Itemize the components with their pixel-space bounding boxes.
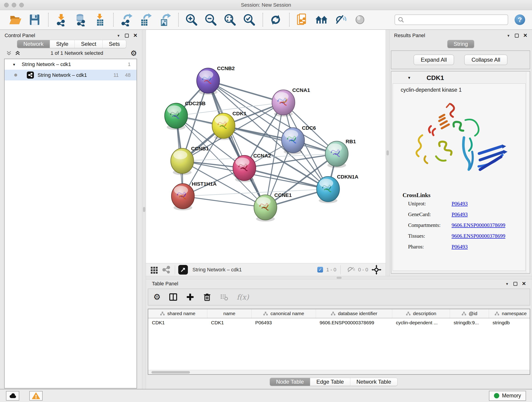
network-node-CCNE1[interactable]: CCNE1 — [254, 192, 292, 222]
table-cell[interactable]: stringdb:9... — [450, 318, 489, 327]
column-header-id[interactable]: @id — [450, 309, 489, 318]
column-header-canonical-name[interactable]: canonical name — [252, 309, 316, 318]
results-panel-close-icon[interactable]: ✕ — [523, 33, 527, 38]
column-header-description[interactable]: description — [392, 309, 450, 318]
collapse-all-networks-icon[interactable] — [6, 51, 12, 56]
column-header-shared-name[interactable]: shared name — [148, 309, 207, 318]
export-table-icon[interactable] — [139, 13, 152, 26]
control-panel-close-icon[interactable]: ✕ — [133, 33, 138, 38]
warning-status-button[interactable] — [29, 391, 43, 401]
table-panel-collapse-icon[interactable]: ▼ — [505, 282, 509, 286]
table-cell[interactable]: 9606.ENSP00000378699 — [316, 318, 392, 327]
table-options-gear-icon[interactable]: ⚙ — [153, 293, 161, 301]
tab-select[interactable]: Select — [75, 40, 103, 48]
tab-string[interactable]: String — [447, 40, 474, 48]
birdseye-view-icon[interactable] — [150, 266, 158, 274]
show-columns-icon[interactable] — [169, 293, 177, 301]
table-row[interactable]: CDK1CDK1P064939606.ENSP00000378699cyclin… — [148, 318, 530, 327]
right-splitter[interactable] — [386, 30, 389, 276]
hide-selected-icon[interactable] — [334, 13, 347, 26]
column-header-name[interactable]: name — [207, 309, 252, 318]
table-panel-close-icon[interactable]: ✕ — [522, 281, 526, 286]
table-horizontal-scrollbar[interactable] — [148, 370, 530, 374]
horizontal-splitter[interactable] — [146, 276, 532, 279]
network-node-CDK1[interactable]: CDK1 — [212, 111, 247, 140]
control-panel-float-icon[interactable] — [125, 34, 129, 38]
refresh-icon[interactable] — [269, 13, 282, 26]
table-cell[interactable]: CDK1 — [207, 318, 252, 327]
protein-section-header[interactable]: ▼ CDK1 — [393, 72, 526, 83]
protein-section-expand-icon[interactable]: ▼ — [407, 76, 411, 80]
tab-network[interactable]: Network — [17, 40, 50, 48]
search-input[interactable] — [406, 17, 505, 23]
column-header-namespace[interactable]: namespace — [489, 309, 530, 318]
table-panel-float-icon[interactable] — [513, 282, 517, 286]
expand-all-button[interactable]: Expand All — [413, 55, 454, 65]
results-scrollbar[interactable] — [526, 72, 529, 273]
first-neighbors-icon[interactable] — [315, 13, 328, 26]
delete-column-icon[interactable] — [203, 293, 211, 301]
network-node-CCNA1[interactable]: CCNA1 — [272, 87, 310, 117]
results-panel-collapse-icon[interactable]: ▼ — [507, 34, 510, 38]
tab-sets[interactable]: Sets — [103, 40, 126, 48]
tab-network-table[interactable]: Network Table — [350, 378, 398, 386]
tab-edge-table[interactable]: Edge Table — [310, 378, 350, 386]
maximize-window-button[interactable] — [19, 3, 24, 7]
memory-button[interactable]: Memory — [489, 391, 526, 401]
table-cell[interactable]: P06493 — [252, 318, 316, 327]
table-cell[interactable]: stringdb — [489, 318, 530, 327]
network-canvas[interactable]: CCNB2CCNA1CDC25BCDK1CDC6RB1CCNB1CCNA2CDK… — [146, 30, 386, 263]
table-cell[interactable]: CDK1 — [148, 318, 207, 327]
network-node-CDC25B[interactable]: CDC25B — [165, 101, 206, 130]
crosslink-value-link[interactable]: 9606.ENSP00000378699 — [452, 233, 505, 239]
help-icon[interactable]: ? — [515, 14, 525, 25]
network-node-RB1[interactable]: RB1 — [325, 139, 356, 168]
export-network-icon[interactable] — [120, 13, 133, 26]
network-edge[interactable] — [208, 81, 265, 207]
cloud-status-button[interactable] — [6, 391, 19, 401]
results-panel-float-icon[interactable] — [515, 34, 519, 38]
network-row-selected[interactable]: String Network – cdk1 11 48 — [5, 70, 137, 80]
crosslink-value-link[interactable]: P06493 — [452, 244, 468, 250]
collapse-all-button[interactable]: Collapse All — [464, 55, 507, 65]
export-image-icon[interactable] — [158, 13, 171, 26]
add-column-icon[interactable] — [186, 293, 195, 301]
collection-expand-icon[interactable]: ▼ — [12, 63, 16, 66]
column-header-database-identifier[interactable]: database identifier — [316, 309, 392, 318]
crosslink-value-link[interactable]: 9606.ENSP00000378699 — [452, 222, 505, 228]
network-node-HIST1H1A[interactable]: HIST1H1A — [171, 181, 216, 211]
zoom-selected-icon[interactable] — [242, 13, 256, 26]
tab-style[interactable]: Style — [50, 40, 75, 48]
detach-view-button[interactable] — [178, 265, 188, 274]
network-node-CCNA2[interactable]: CCNA2 — [233, 153, 271, 182]
new-network-from-selection-icon[interactable] — [296, 13, 309, 26]
import-network-database-icon[interactable] — [74, 13, 87, 26]
close-window-button[interactable] — [4, 3, 9, 7]
expand-all-networks-icon[interactable] — [15, 51, 21, 56]
show-graphics-details-icon[interactable] — [353, 13, 367, 26]
zoom-fit-icon[interactable] — [223, 13, 236, 26]
network-edge[interactable] — [183, 196, 265, 207]
table-cell[interactable]: cyclin-dependent ... — [392, 318, 450, 327]
import-table-file-icon[interactable] — [93, 13, 106, 26]
selected-checkbox-icon[interactable]: ✓ — [317, 267, 323, 273]
network-node-CDC6[interactable]: CDC6 — [282, 125, 316, 154]
network-options-gear-icon[interactable]: ⚙ — [130, 50, 137, 57]
import-network-file-icon[interactable] — [55, 13, 68, 26]
fit-content-crosshair-icon[interactable] — [371, 265, 381, 275]
save-session-icon[interactable] — [28, 13, 41, 26]
scrollbar-thumb[interactable] — [152, 371, 190, 374]
network-node-CCNB2[interactable]: CCNB2 — [196, 65, 234, 95]
crosslink-value-link[interactable]: P06493 — [452, 201, 468, 207]
network-collection-row[interactable]: ▼ String Network – cdk1 1 — [5, 59, 137, 70]
zoom-in-icon[interactable] — [185, 13, 198, 26]
control-panel-collapse-icon[interactable]: ▼ — [117, 34, 120, 38]
network-share-icon[interactable] — [162, 266, 170, 274]
open-session-icon[interactable] — [9, 13, 22, 26]
zoom-out-icon[interactable] — [204, 13, 217, 26]
crosslink-value-link[interactable]: P06493 — [452, 211, 468, 217]
tab-node-table[interactable]: Node Table — [270, 378, 310, 386]
network-node-CDKN1A[interactable]: CDKN1A — [317, 174, 358, 203]
left-splitter[interactable] — [142, 30, 146, 389]
minimize-window-button[interactable] — [12, 3, 16, 7]
